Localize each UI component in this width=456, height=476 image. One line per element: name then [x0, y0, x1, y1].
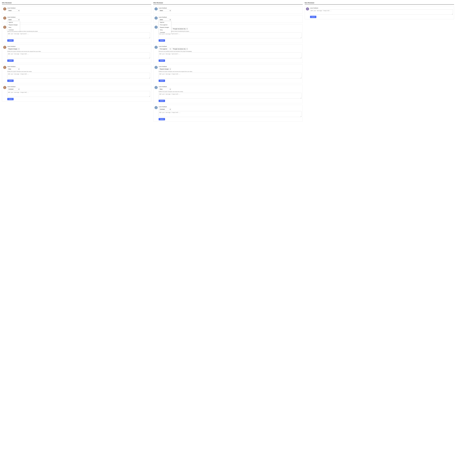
svg-point-22: [155, 17, 156, 18]
svg-point-13: [4, 67, 5, 68]
main-columns: OK1 Reviewer Leave feedback Select Appro…: [2, 2, 454, 123]
nonreviewer-column: Non-Reviewer Leave feedback Submit: [305, 2, 454, 21]
ok1-block3-select-row: Approve Request changes Deny Comment: [7, 28, 150, 30]
ok1-block5-desc: Notifies the project champion and closes…: [7, 71, 150, 72]
svg-point-40: [307, 8, 308, 9]
ok1-block6-textarea[interactable]: [7, 91, 150, 97]
ok2-option-deny[interactable]: Deny: [159, 29, 171, 31]
svg-point-8: [4, 28, 6, 29]
ok1-block1-select[interactable]: Select Approve Request changes Deny Comm…: [7, 9, 20, 12]
ok1-block6-submit[interactable]: Submit: [7, 98, 14, 100]
ok1-block5-textarea[interactable]: [7, 73, 150, 78]
ok1-block3-textarea[interactable]: [7, 33, 150, 38]
ok2-avatar-4: [155, 46, 158, 49]
ok2-block4-select-row: Approve Force approve Request changes De…: [159, 48, 301, 50]
ok1-block-6: Leave feedback Approve Request changes D…: [2, 85, 151, 102]
ok1-block6-select-row: Approve Request changes Deny Comment: [7, 88, 150, 90]
ok2-block4-select1[interactable]: Approve Force approve Request changes De…: [159, 48, 171, 50]
ok1-block1-select-row: Select Approve Request changes Deny Comm…: [7, 9, 150, 12]
ok1-block2-label: Leave feedback: [7, 17, 150, 18]
ok2-block2-label: Leave feedback: [159, 17, 301, 18]
ok2-block-4: Leave feedback Approve Force approve Req…: [153, 44, 303, 63]
ok2-block4-select2[interactable]: Through next phase only Through all phas…: [172, 48, 188, 50]
svg-point-16: [4, 87, 5, 88]
ok1-option-comment[interactable]: Comment: [7, 29, 20, 31]
ok2-block6-submit[interactable]: Submit: [159, 100, 165, 102]
ok1-option-approve[interactable]: Approve: [7, 21, 20, 24]
ok2-block6-label: Leave feedback: [159, 86, 301, 87]
ok1-block3-submit[interactable]: Submit: [7, 39, 14, 42]
ok2-block5-submit[interactable]: Submit: [159, 80, 165, 82]
ok1-avatar-5: [3, 66, 6, 69]
ok2-block1-content: Leave feedback Select Approve Force appr…: [159, 7, 301, 12]
ok2-option-request[interactable]: Request changes: [159, 26, 171, 29]
ok2-option-comment[interactable]: Comment: [159, 31, 171, 34]
svg-point-34: [155, 87, 156, 88]
ok1-block-1: Leave feedback Select Approve Request ch…: [2, 6, 151, 14]
ok2-block2-select[interactable]: Select Approve Force approve Request cha…: [159, 18, 171, 21]
ok1-block5-submit[interactable]: Submit: [7, 80, 14, 82]
ok2-block4-submit[interactable]: Submit: [159, 60, 165, 62]
ok2-block5-select[interactable]: Approve Force approve Request changes De…: [159, 68, 171, 70]
ok2-dropdown-menu: Approve Force approve Request changes De…: [159, 21, 171, 34]
ok2-block4-label: Leave feedback: [159, 46, 301, 47]
svg-point-26: [155, 28, 157, 29]
ok1-option-request[interactable]: Request changes: [7, 24, 20, 26]
ok2-avatar-6: [155, 86, 158, 89]
ok2-block4-content: Leave feedback Approve Force approve Req…: [159, 46, 301, 62]
ok2-block7-select[interactable]: Approve Force approve Request changes De…: [159, 108, 171, 110]
nr-block1-textarea[interactable]: [310, 9, 453, 15]
ok2-option-approve[interactable]: Approve: [159, 21, 171, 24]
ok1-block6-label: Leave feedback: [7, 86, 150, 87]
nr-block1-submit[interactable]: Submit: [310, 16, 316, 18]
svg-point-14: [4, 68, 6, 69]
ok2-block3-submit[interactable]: Submit: [159, 39, 165, 42]
svg-point-35: [155, 88, 157, 89]
svg-point-20: [155, 9, 157, 10]
ok2-block2-select-row: Select Approve Force approve Request cha…: [159, 18, 301, 21]
svg-point-41: [307, 9, 308, 10]
ok2-block1-select-row: Select Approve Force approve Request cha…: [159, 9, 301, 12]
ok1-block6-select[interactable]: Approve Request changes Deny Comment: [7, 88, 20, 90]
svg-point-31: [155, 67, 156, 68]
ok2-block3-select2[interactable]: Through next phase only Through all phas…: [172, 28, 188, 30]
ok2-block6-textarea[interactable]: [159, 93, 301, 99]
ok1-block4-textarea[interactable]: [7, 52, 150, 58]
ok1-block5-select[interactable]: Approve Request changes Deny Comment: [7, 68, 20, 70]
ok2-column: OK2 Reviewer Leave feedback Select Appro…: [153, 2, 303, 123]
ok2-block6-select[interactable]: Approve Force approve Request changes De…: [159, 88, 171, 90]
nr-block1-label: Leave feedback: [310, 7, 453, 9]
ok1-option-deny[interactable]: Deny: [7, 26, 20, 29]
ok2-block7-label: Leave feedback: [159, 106, 301, 107]
ok2-block3-content: Leave feedback Approve Force approve Req…: [159, 26, 301, 42]
ok2-option-force[interactable]: Force approve: [159, 24, 171, 26]
ok2-block6-desc: Notifies the project champion and closes…: [159, 91, 301, 92]
ok1-avatar-6: [3, 86, 6, 89]
svg-point-4: [4, 17, 5, 18]
ok2-block5-label: Leave feedback: [159, 66, 301, 67]
ok1-block2-select[interactable]: Select Approve Request changes Deny Comm…: [7, 18, 20, 21]
ok2-block-7: Leave feedback Approve Force approve Req…: [153, 105, 303, 122]
svg-point-38: [155, 108, 157, 109]
ok2-block3-textarea[interactable]: [159, 33, 301, 38]
ok2-block7-textarea[interactable]: [159, 111, 301, 117]
svg-point-1: [4, 8, 5, 9]
ok2-block1-select[interactable]: Select Approve Force approve Request cha…: [159, 9, 171, 12]
svg-point-19: [155, 8, 156, 9]
ok1-column: OK1 Reviewer Leave feedback Select Appro…: [2, 2, 151, 103]
svg-point-17: [4, 88, 6, 89]
ok2-avatar-3: [155, 26, 158, 29]
ok1-block4-select[interactable]: Approve Request changes Deny Comment: [7, 48, 20, 50]
ok1-block-5: Leave feedback Approve Request changes D…: [2, 65, 151, 83]
ok1-block4-submit[interactable]: Submit: [7, 60, 14, 62]
ok1-avatar-1: [3, 7, 6, 10]
ok1-block4-desc: Notifies the project champion and remove…: [7, 51, 150, 52]
ok2-block4-textarea[interactable]: [159, 52, 301, 58]
ok1-block5-label: Leave feedback: [7, 66, 150, 67]
svg-point-23: [155, 18, 157, 20]
ok2-block5-textarea[interactable]: [159, 73, 301, 78]
svg-point-28: [155, 46, 156, 47]
ok1-dropdown-menu: Approve Request changes Deny Comment: [7, 21, 20, 31]
ok2-block7-submit[interactable]: Submit: [159, 118, 165, 120]
ok1-block1-label: Leave feedback: [7, 7, 150, 9]
